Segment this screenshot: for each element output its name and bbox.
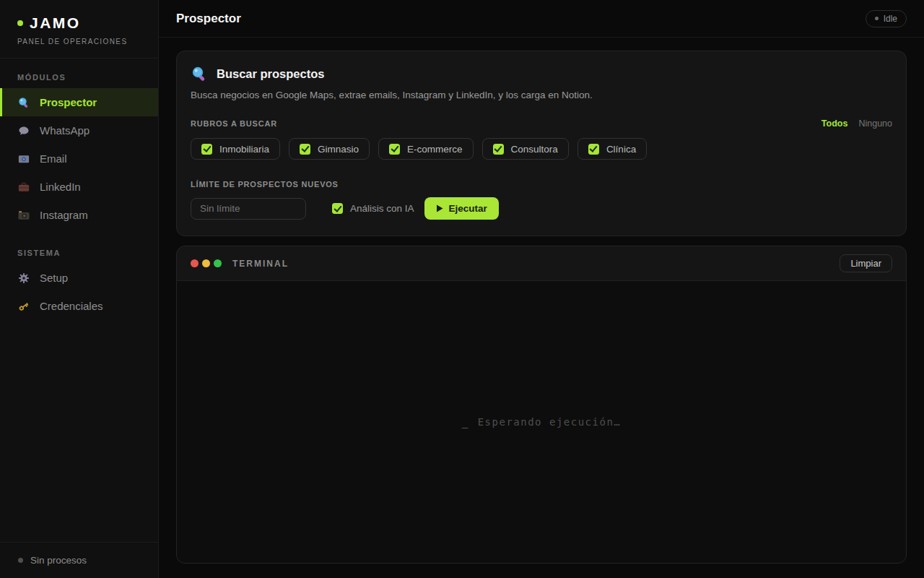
sidebar-item-prospector[interactable]: Prospector (0, 88, 158, 116)
rubro-chip-inmobiliaria[interactable]: Inmobiliaria (191, 138, 280, 160)
sidebar-item-email[interactable]: Email (0, 144, 158, 173)
process-status-label: Sin procesos (30, 555, 87, 566)
logo-block: JAMO PANEL DE OPERACIONES (0, 0, 158, 59)
process-status-dot-icon (18, 558, 23, 563)
content: Buscar prospectos Busca negocios en Goog… (159, 38, 924, 578)
sidebar-item-label: WhatsApp (40, 124, 90, 137)
red-dot-icon (191, 259, 199, 267)
rubro-chip-clinica[interactable]: Clínica (578, 138, 647, 160)
terminal-card: TERMINAL Limpiar _ Esperando ejecución… (176, 246, 907, 564)
traffic-lights (191, 259, 222, 267)
sidebar: JAMO PANEL DE OPERACIONES MÓDULOS Prospe… (0, 0, 159, 578)
sidebar-section-modules: MÓDULOS (17, 73, 141, 82)
page-title: Prospector (176, 12, 241, 26)
status-dot-icon (875, 17, 879, 20)
magnifier-icon (191, 65, 208, 82)
sidebar-item-label: Email (40, 152, 67, 165)
app-subtitle: PANEL DE OPERACIONES (17, 38, 141, 46)
sidebar-status: Sin procesos (0, 542, 158, 578)
briefcase-icon (17, 181, 30, 194)
checkbox-icon[interactable] (201, 144, 212, 155)
terminal-header: TERMINAL Limpiar (177, 246, 906, 281)
prospect-search-card: Buscar prospectos Busca negocios en Goog… (176, 51, 907, 236)
main-area: Prospector Idle Buscar prospectos Busca (159, 0, 924, 578)
sidebar-item-label: Credenciales (40, 300, 103, 312)
terminal-output: _ Esperando ejecución… (177, 281, 906, 563)
checkbox-icon[interactable] (332, 203, 343, 214)
limit-input[interactable] (191, 198, 306, 220)
yellow-dot-icon (202, 259, 210, 267)
run-button[interactable]: Ejecutar (424, 197, 499, 220)
rubro-chip-label: Inmobiliaria (219, 144, 269, 155)
rubro-chip-gimnasio[interactable]: Gimnasio (289, 138, 370, 160)
sidebar-item-instagram[interactable]: Instagram (0, 201, 158, 229)
card-description: Busca negocios en Google Maps, extrae em… (191, 90, 892, 100)
rubro-chip-label: Consultora (511, 144, 558, 155)
rubros-chip-list: Inmobiliaria Gimnasio E-commerce Consult… (191, 138, 892, 160)
run-button-label: Ejecutar (449, 203, 487, 214)
rubros-label: RUBROS A BUSCAR (191, 119, 277, 128)
rubro-chip-ecommerce[interactable]: E-commerce (378, 138, 474, 160)
terminal-title: TERMINAL (232, 259, 289, 269)
play-icon (436, 204, 443, 212)
checkbox-icon[interactable] (300, 144, 310, 155)
sidebar-item-label: Prospector (40, 96, 97, 108)
speech-bubble-icon (17, 124, 30, 137)
rubro-chip-label: E-commerce (407, 144, 463, 155)
status-badge: Idle (866, 10, 907, 27)
sidebar-modules-menu: Prospector WhatsApp Email (0, 88, 158, 229)
select-none-link[interactable]: Ninguno (858, 118, 892, 129)
sidebar-item-whatsapp[interactable]: WhatsApp (0, 116, 158, 144)
sidebar-section-system: SISTEMA (17, 249, 141, 257)
ai-analysis-toggle[interactable]: Análisis con IA (332, 203, 414, 214)
key-icon (17, 300, 30, 313)
logo-dot-icon (17, 20, 23, 26)
magnifier-icon (17, 96, 30, 109)
checkbox-icon[interactable] (493, 144, 504, 155)
limit-label: LÍMITE DE PROSPECTOS NUEVOS (191, 180, 892, 189)
card-title: Buscar prospectos (217, 67, 324, 81)
rubro-chip-label: Clínica (606, 144, 636, 155)
email-icon (17, 152, 30, 165)
clear-terminal-button[interactable]: Limpiar (840, 254, 892, 272)
select-all-link[interactable]: Todos (821, 118, 848, 129)
sidebar-item-label: Setup (40, 272, 68, 284)
rubro-chip-consultora[interactable]: Consultora (482, 138, 569, 160)
green-dot-icon (214, 259, 222, 267)
sidebar-item-setup[interactable]: Setup (0, 264, 158, 292)
checkbox-icon[interactable] (389, 144, 400, 155)
sidebar-item-label: Instagram (40, 209, 88, 221)
app-logo: JAMO (30, 14, 81, 32)
terminal-empty-message: Esperando ejecución… (478, 416, 622, 428)
sidebar-system-menu: Setup Credenciales (0, 264, 158, 320)
terminal-cursor: _ (462, 416, 469, 428)
status-badge-label: Idle (884, 14, 897, 24)
sidebar-item-linkedin[interactable]: LinkedIn (0, 173, 158, 201)
main-header: Prospector Idle (159, 0, 924, 38)
sidebar-item-credenciales[interactable]: Credenciales (0, 292, 158, 320)
sidebar-item-label: LinkedIn (40, 181, 81, 193)
camera-icon (17, 209, 30, 222)
gear-icon (17, 272, 30, 285)
rubro-chip-label: Gimnasio (318, 144, 359, 155)
checkbox-icon[interactable] (588, 144, 599, 155)
ai-analysis-label: Análisis con IA (350, 203, 414, 214)
